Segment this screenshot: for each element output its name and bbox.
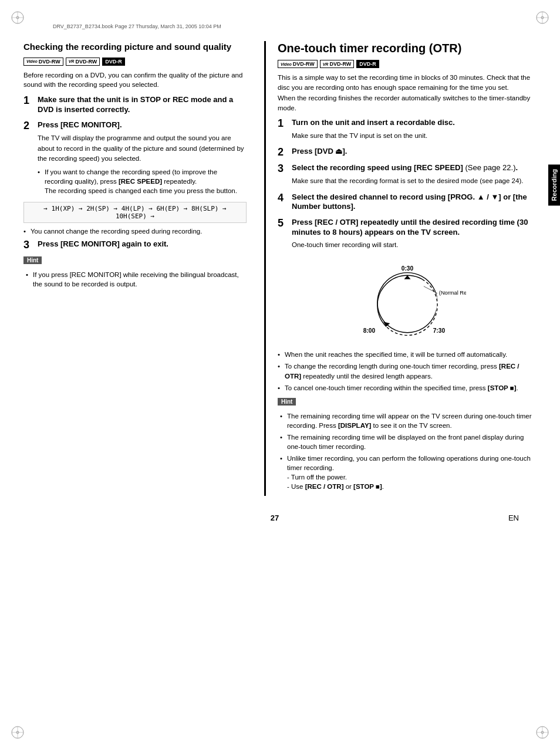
right-badge-row: Video DVD-RW VR DVD-RW DVD-R [278, 60, 537, 68]
right-step-5-body: One-touch timer recording will start. [292, 240, 537, 250]
right-dvdrw-text: DVD-RW [293, 61, 315, 67]
badge-vr-dvdrw: VR DVD-RW [66, 58, 100, 66]
right-hint-bullets: The remaining recording time will appear… [280, 411, 537, 492]
badge-dvdrw-text: DVD-RW [39, 59, 60, 65]
video-icon-text: Video [26, 59, 38, 63]
badge-vr-text: DVD-RW [75, 59, 97, 65]
right-step-2-title: Press [DVD ⏏]. [292, 147, 347, 157]
right-step-3-title: Select the recording speed using [REC SP… [292, 163, 518, 174]
right-video-icon: Video [281, 62, 292, 66]
right-column: One-touch timer recording (OTR) Video DV… [264, 41, 537, 496]
corner-mark-bl [9, 724, 26, 741]
svg-text:7:30: 7:30 [433, 327, 445, 334]
left-step-1-title: Make sure that the unit is in STOP or RE… [38, 95, 247, 115]
recording-tab: Recording [548, 164, 560, 205]
right-badge-vr-dvdrw: VR DVD-RW [320, 60, 355, 68]
badge-dvdr-text: DVD-R [105, 59, 122, 65]
left-hint-bullet-1: If you press [REC MONITOR] while receivi… [26, 270, 247, 289]
corner-mark-tl [9, 9, 26, 26]
speed-diagram: → 1H(XP) → 2H(SP) → 4H(LP) → 6H(EP) → 8H… [23, 202, 247, 223]
after-diagram-bullet-3: To cancel one-touch timer recording with… [278, 383, 537, 393]
right-step-1-desc: Make sure that the TV input is set on th… [292, 131, 537, 141]
right-step-number-5: 5 [278, 218, 287, 238]
otr-circle-svg: 0:30 (Normal Recording) 1:00 8:00 7:30 [349, 262, 466, 338]
header-file-info: DRV_B2737_B2734.book Page 27 Thursday, M… [53, 23, 537, 29]
left-step-1-header: 1 Make sure that the unit is in STOP or … [23, 95, 247, 115]
right-intro: This is a simple way to set the recordin… [278, 73, 537, 113]
step-number-3: 3 [23, 239, 33, 250]
right-step-4-header: 4 Select the desired channel to record u… [278, 192, 537, 212]
right-step-1-header: 1 Turn on the unit and insert a recordab… [278, 118, 537, 129]
left-step-2-bullet-1: If you want to change the recording spee… [38, 167, 247, 195]
right-step-4-title: Select the desired channel to record usi… [292, 192, 537, 212]
right-step-1-title: Turn on the unit and insert a recordable… [292, 118, 455, 129]
page-language: EN [508, 513, 519, 522]
step-number-2: 2 [23, 120, 33, 131]
left-section-title: Checking the recording picture and sound… [23, 41, 247, 53]
corner-mark-br [534, 724, 551, 741]
right-step-1-body: Make sure that the TV input is set on th… [292, 131, 537, 141]
right-hint-box: Hint The remaining recording time will a… [278, 397, 537, 492]
page-number: 27 [271, 513, 279, 522]
vr-icon-text: VR [69, 59, 75, 63]
left-hint-label: Hint [23, 256, 42, 264]
left-hint-bullets: If you press [REC MONITOR] while receivi… [26, 270, 247, 289]
left-step-3-title: Press [REC MONITOR] again to exit. [38, 239, 168, 250]
step-number-1: 1 [23, 95, 33, 115]
left-badge-row: Video DVD-RW VR DVD-RW DVD-R [23, 58, 247, 66]
otr-diagram: 0:30 (Normal Recording) 1:00 8:00 7:30 [278, 259, 537, 341]
left-step-2-body: The TV will display the programme and ou… [38, 133, 247, 195]
right-vr-icon: VR [323, 62, 329, 66]
left-step-2-bullets: If you want to change the recording spee… [38, 167, 247, 195]
right-hint-bullet-2: The remaining recording time will be dis… [280, 433, 537, 451]
right-step-number-2: 2 [278, 147, 287, 157]
svg-text:0:30: 0:30 [401, 265, 413, 272]
right-hint-bullet-1: The remaining recording time will appear… [280, 411, 537, 430]
right-step-2: 2 Press [DVD ⏏]. [278, 147, 537, 157]
right-step-3-desc: Make sure that the recording format is s… [292, 176, 537, 186]
svg-text:8:00: 8:00 [363, 327, 375, 334]
badge-dvdr: DVD-R [102, 58, 125, 66]
right-step-3-header: 3 Select the recording speed using [REC … [278, 163, 537, 174]
right-section-title: One-touch timer recording (OTR) [278, 41, 537, 55]
right-hint-content: The remaining recording time will appear… [278, 411, 537, 492]
left-step-2-desc: The TV will display the programme and ou… [38, 133, 247, 164]
right-step-number-1: 1 [278, 118, 287, 129]
right-step-number-4: 4 [278, 192, 287, 212]
speed-note-1: You cannot change the recording speed du… [23, 227, 247, 236]
right-step-5-desc: One-touch timer recording will start. [292, 240, 537, 250]
speed-note-bullets: You cannot change the recording speed du… [23, 227, 247, 236]
right-step-number-3: 3 [278, 163, 287, 174]
right-badge-dvdr: DVD-R [356, 60, 379, 68]
page-container: Recording DRV_B2737_B2734.book Page 27 T… [0, 0, 560, 750]
left-step-2-header: 2 Press [REC MONITOR]. [23, 120, 247, 131]
corner-mark-tr [534, 9, 551, 26]
right-step-1: 1 Turn on the unit and insert a recordab… [278, 118, 537, 141]
left-hint-box: Hint If you press [REC MONITOR] while re… [23, 256, 247, 289]
right-hint-bullet-3: Unlike timer recording, you can perform … [280, 454, 537, 491]
left-hint-content: If you press [REC MONITOR] while receivi… [23, 270, 247, 289]
after-diagram-bullet-2: To change the recording length during on… [278, 362, 537, 380]
right-step-5-header: 5 Press [REC / OTR] repeatedly until the… [278, 218, 537, 238]
svg-marker-18 [404, 276, 410, 280]
left-step-3: 3 Press [REC MONITOR] again to exit. [23, 239, 247, 250]
page-footer: 27 EN [23, 513, 537, 522]
left-column: Checking the recording picture and sound… [23, 41, 247, 496]
left-intro: Before recording on a DVD, you can confi… [23, 70, 247, 89]
right-badge-video-dvdrw: Video DVD-RW [278, 60, 318, 68]
right-step-2-header: 2 Press [DVD ⏏]. [278, 147, 537, 157]
svg-text:(Normal Recording) 1:00: (Normal Recording) 1:00 [438, 290, 465, 296]
right-step-3: 3 Select the recording speed using [REC … [278, 163, 537, 186]
right-vr-text: DVD-RW [329, 61, 351, 67]
content-area: Checking the recording picture and sound… [23, 41, 537, 496]
right-step-3-body: Make sure that the recording format is s… [292, 176, 537, 186]
right-step-4: 4 Select the desired channel to record u… [278, 192, 537, 212]
right-dvdr-text: DVD-R [359, 61, 376, 67]
right-step-5: 5 Press [REC / OTR] repeatedly until the… [278, 218, 537, 250]
left-step-2-title: Press [REC MONITOR]. [38, 120, 122, 131]
after-diagram-bullet-1: When the unit reaches the specified time… [278, 350, 537, 359]
left-step-3-header: 3 Press [REC MONITOR] again to exit. [23, 239, 247, 250]
left-step-2: 2 Press [REC MONITOR]. The TV will displ… [23, 120, 247, 195]
badge-video-dvdrw: Video DVD-RW [23, 58, 63, 66]
left-step-1: 1 Make sure that the unit is in STOP or … [23, 95, 247, 115]
